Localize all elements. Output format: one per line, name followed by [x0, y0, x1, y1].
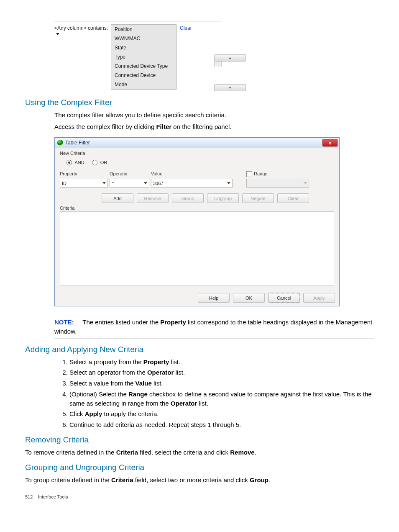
ungroup-button: Ungroup	[207, 193, 239, 203]
scroll-down-icon[interactable]: ▼	[214, 84, 246, 91]
heading-removing: Removing Criteria	[25, 435, 374, 445]
scrollbar[interactable]: ▲ ▼	[214, 54, 222, 91]
menu-item-wwn-mac[interactable]: WWN/MAC	[111, 34, 176, 43]
group-button: Group	[172, 193, 204, 203]
property-dropdown[interactable]: ID	[60, 179, 108, 188]
operator-dropdown[interactable]: =	[110, 179, 149, 188]
criteria-label: Criteria	[60, 206, 334, 211]
scroll-up-icon[interactable]: ▲	[214, 54, 246, 62]
quick-filter-figure: <Any column> contains: Position WWN/MAC …	[54, 21, 222, 90]
criteria-list[interactable]	[60, 211, 334, 285]
note-block: NOTE: The entries listed under the Prope…	[54, 315, 374, 339]
radio-icon	[92, 160, 97, 165]
menu-item-state[interactable]: State	[111, 43, 176, 52]
chevron-down-icon	[304, 182, 307, 184]
dialog-title: Table Filter	[65, 140, 90, 146]
col-header-property: Property	[60, 171, 108, 177]
ok-button[interactable]: OK	[233, 293, 265, 303]
chevron-down-icon	[56, 33, 59, 35]
col-header-range: Range	[246, 171, 309, 177]
menu-item-position[interactable]: Position	[111, 25, 176, 34]
scroll-track[interactable]	[214, 62, 222, 67]
note-label: NOTE:	[54, 319, 74, 326]
cancel-button[interactable]: Cancel	[268, 293, 300, 303]
heading-using-complex-filter: Using the Complex Filter	[25, 98, 374, 107]
step-4: (Optional) Select the Range checkbox to …	[69, 390, 374, 408]
complex-filter-desc-2: Access the complex filter by clicking Fi…	[54, 122, 374, 131]
heading-adding-applying: Adding and Applying New Criteria	[25, 345, 374, 354]
menu-item-type[interactable]: Type	[111, 52, 176, 62]
quick-filter-column-menu: Position WWN/MAC State Type Connected De…	[111, 24, 176, 90]
quick-filter-column-label: <Any column> contains:	[54, 25, 108, 31]
complex-filter-desc-1: The complex filter allows you to define …	[54, 111, 374, 120]
clear-button: Clear	[277, 193, 309, 203]
app-icon	[57, 140, 63, 146]
clear-link[interactable]: Clear	[180, 24, 192, 31]
table-filter-dialog: Table Filter x New Criteria AND OR Prope…	[54, 137, 340, 307]
step-1: Select a property from the Property list…	[69, 357, 374, 367]
range-checkbox[interactable]	[246, 171, 252, 177]
chevron-down-icon	[102, 182, 106, 184]
negate-button: Negate	[242, 193, 274, 203]
help-button[interactable]: Help	[198, 293, 230, 303]
menu-item-mode[interactable]: Mode	[111, 80, 176, 89]
step-2: Select an operator from the Operator lis…	[69, 368, 374, 377]
quick-filter-column-dropdown[interactable]: <Any column> contains:	[54, 24, 111, 37]
close-button[interactable]: x	[322, 139, 338, 146]
new-criteria-label: New Criteria	[60, 151, 334, 156]
menu-item-connected-device-type[interactable]: Connected Device Type	[111, 62, 176, 71]
radio-and[interactable]: AND	[66, 160, 84, 166]
add-button[interactable]: Add	[102, 193, 133, 203]
page-footer: 512 Interface Tools	[25, 494, 374, 499]
removing-text: To remove criteria defined in the Criter…	[25, 448, 374, 457]
adding-steps: Select a property from the Property list…	[54, 357, 374, 429]
radio-or[interactable]: OR	[92, 160, 107, 166]
apply-button: Apply	[303, 293, 335, 303]
col-header-operator: Operator	[110, 171, 149, 177]
range-dropdown	[246, 179, 309, 188]
close-icon: x	[329, 140, 331, 145]
page-number: 512	[25, 494, 37, 499]
footer-section: Interface Tools	[38, 494, 68, 499]
dialog-titlebar[interactable]: Table Filter x	[55, 138, 339, 148]
step-5: Click Apply to apply the criteria.	[69, 409, 374, 419]
chevron-down-icon	[144, 182, 147, 184]
menu-item-connected-device[interactable]: Connected Device	[111, 71, 176, 80]
heading-grouping: Grouping and Ungrouping Criteria	[25, 463, 374, 472]
step-6: Continue to add criteria as needed. Repe…	[69, 420, 374, 429]
value-dropdown[interactable]: 3067	[151, 179, 233, 188]
radio-icon	[66, 160, 72, 165]
step-3: Select a value from the Value list.	[69, 379, 374, 388]
grouping-text: To group criteria defined in the Criteri…	[25, 475, 374, 485]
col-header-value: Value	[151, 171, 233, 177]
remove-button: Remove	[137, 193, 169, 203]
chevron-down-icon	[227, 182, 230, 184]
